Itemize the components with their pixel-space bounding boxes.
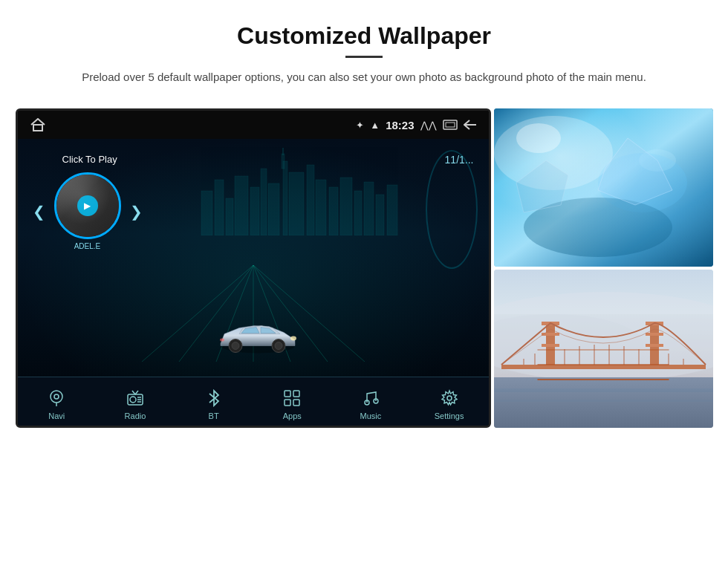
- nav-item-music[interactable]: Music: [345, 388, 397, 420]
- svg-point-44: [54, 394, 59, 399]
- svg-point-62: [516, 123, 561, 153]
- home-icon: [30, 118, 46, 131]
- nav-item-bt[interactable]: BT: [188, 388, 240, 420]
- navi-label: Navi: [48, 411, 65, 420]
- svg-point-59: [494, 116, 613, 190]
- svg-rect-19: [376, 195, 384, 235]
- title-section: Customized Wallpaper Preload over 5 defa…: [82, 22, 646, 101]
- svg-rect-20: [387, 185, 397, 235]
- svg-rect-13: [307, 165, 314, 235]
- bt-label: BT: [209, 411, 219, 420]
- svg-point-42: [220, 339, 224, 342]
- navi-icon: [46, 388, 67, 409]
- svg-rect-52: [293, 391, 299, 397]
- svg-rect-11: [283, 161, 287, 235]
- settings-label: Settings: [435, 411, 464, 420]
- svg-point-60: [598, 153, 687, 212]
- status-left: [30, 118, 46, 131]
- next-button[interactable]: ❯: [130, 203, 143, 221]
- svg-rect-58: [494, 108, 713, 267]
- svg-point-40: [275, 342, 282, 350]
- bluetooth-icon: ✦: [356, 120, 364, 131]
- side-images: [494, 108, 713, 428]
- svg-rect-68: [494, 388, 713, 392]
- svg-rect-51: [285, 391, 290, 397]
- wifi-icon: ▲: [370, 120, 380, 131]
- svg-rect-5: [215, 180, 224, 235]
- music-label: Music: [360, 411, 382, 420]
- up-arrows-icon: ⋀⋀: [420, 120, 437, 131]
- nav-item-navi[interactable]: Navi: [30, 388, 82, 420]
- svg-rect-12: [289, 172, 304, 235]
- svg-rect-67: [494, 377, 713, 428]
- radio-icon: [125, 388, 146, 409]
- back-icon: [464, 120, 477, 130]
- window-icon: [443, 120, 458, 130]
- apps-icon: [282, 388, 302, 409]
- city-skyline: [186, 146, 409, 235]
- svg-rect-6: [226, 198, 233, 235]
- svg-rect-9: [261, 169, 267, 235]
- music-section: Click To Play ❮ ▶ ADEL.E ❯: [33, 154, 143, 250]
- device-screenshot: ✦ ▲ 18:23 ⋀⋀: [16, 108, 491, 428]
- nav-item-radio[interactable]: Radio: [109, 388, 161, 420]
- time-display: 18:23: [386, 119, 414, 131]
- svg-rect-53: [285, 400, 290, 406]
- apps-label: Apps: [283, 411, 302, 420]
- svg-rect-8: [250, 187, 259, 235]
- svg-rect-54: [293, 400, 299, 406]
- svg-rect-2: [446, 123, 455, 127]
- page-title: Customized Wallpaper: [82, 22, 646, 50]
- svg-rect-10: [268, 183, 279, 235]
- prev-button[interactable]: ❮: [33, 203, 45, 221]
- side-image-blue-water: [494, 108, 713, 267]
- click-to-play-label: Click To Play: [62, 154, 117, 165]
- svg-rect-16: [340, 178, 352, 235]
- svg-rect-14: [316, 180, 326, 235]
- gauge-decoration: [426, 150, 478, 269]
- svg-rect-17: [354, 191, 362, 235]
- side-image-golden-gate: [494, 270, 713, 428]
- music-player: ❮ ▶ ADEL.E ❯: [33, 172, 143, 250]
- page-description: Preload over 5 default wallpaper options…: [82, 68, 646, 86]
- svg-rect-21: [282, 154, 285, 169]
- screen-main: Click To Play ❮ ▶ ADEL.E ❯: [18, 139, 489, 377]
- svg-point-61: [524, 198, 672, 257]
- svg-rect-69: [494, 400, 713, 402]
- svg-rect-7: [235, 176, 248, 235]
- album-inner: ▶: [56, 172, 119, 239]
- svg-point-43: [51, 391, 62, 403]
- artist-label: ADEL.E: [54, 242, 121, 250]
- svg-point-41: [290, 336, 296, 341]
- car-display: [213, 316, 302, 363]
- title-divider: [345, 56, 383, 58]
- svg-point-47: [130, 397, 136, 403]
- svg-rect-89: [494, 314, 713, 374]
- status-bar: ✦ ▲ 18:23 ⋀⋀: [18, 111, 489, 139]
- play-button[interactable]: ▶: [77, 195, 98, 216]
- music-icon: [360, 388, 381, 409]
- settings-icon: [439, 388, 460, 409]
- content-area: ✦ ▲ 18:23 ⋀⋀: [30, 108, 698, 428]
- bt-icon: [204, 388, 224, 409]
- svg-rect-4: [201, 191, 212, 235]
- nav-item-settings[interactable]: Settings: [423, 388, 475, 420]
- svg-point-38: [232, 342, 239, 350]
- svg-rect-0: [33, 125, 42, 131]
- nav-item-apps[interactable]: Apps: [266, 388, 318, 420]
- bottom-nav: Navi Radio: [18, 377, 489, 428]
- status-center: ✦ ▲ 18:23 ⋀⋀: [356, 119, 476, 131]
- page-wrapper: Customized Wallpaper Preload over 5 defa…: [0, 0, 728, 563]
- svg-rect-15: [329, 187, 338, 235]
- svg-point-57: [447, 396, 452, 400]
- svg-point-63: [639, 149, 676, 172]
- svg-rect-18: [364, 182, 374, 235]
- radio-label: Radio: [125, 411, 146, 420]
- album-art[interactable]: ▶: [54, 172, 121, 239]
